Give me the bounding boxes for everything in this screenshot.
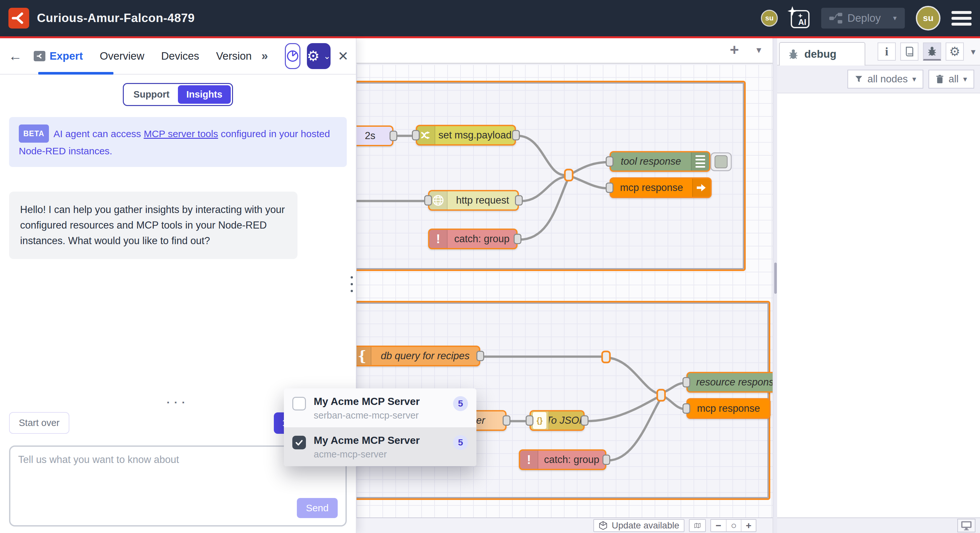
node-catch-top[interactable]: ! catch: group [428,228,517,249]
flowfuse-logo-icon[interactable] [8,8,29,29]
assistant-settings-button[interactable]: ⚙ ⌄ [307,43,331,69]
checkbox-unchecked[interactable] [292,397,306,410]
help-tab-button[interactable] [900,43,918,61]
user-avatar-small[interactable]: su [761,10,778,27]
scrollbar-thumb[interactable] [774,263,777,294]
zoom-reset-button[interactable]: ○ [726,520,741,531]
toggle-insights[interactable]: Insights [178,85,231,104]
checkbox-checked[interactable] [292,436,306,449]
list-icon [691,152,709,171]
panel-resize-handle[interactable] [351,276,353,292]
node-catch-bottom[interactable]: ! catch: group [519,449,606,470]
minimap-button[interactable] [689,519,706,532]
info-tab-button[interactable]: i [878,43,896,61]
deploy-button[interactable]: Deploy ▾ [821,8,905,29]
deploy-nodes-icon [829,13,842,24]
panel-divider[interactable] [773,38,777,533]
bug-icon [788,48,799,60]
output-port[interactable] [476,351,484,361]
map-icon [694,521,701,530]
clear-messages-button[interactable]: all ▾ [929,70,974,88]
back-arrow-icon[interactable]: ← [8,48,22,64]
wire-junction[interactable] [602,351,610,362]
exclamation-icon: ! [430,230,447,248]
ai-assistant-icon[interactable]: AI [789,8,810,29]
zoom-out-button[interactable]: − [711,520,726,531]
user-avatar-large[interactable]: su [916,6,940,30]
caret-down-icon: ▾ [912,75,916,84]
mcp-server-dropdown: My Acme MCP Server serban-acme-mcp-serve… [284,388,476,466]
exclamation-icon: ! [520,451,538,469]
dropdown-item[interactable]: My Acme MCP Server serban-acme-mcp-serve… [284,388,476,427]
more-tabs-icon[interactable]: » [261,49,268,63]
output-port[interactable] [512,130,520,140]
trash-icon [935,75,944,84]
deploy-label: Deploy [848,12,881,24]
node-link-out-tool-response[interactable]: tool response [609,151,710,172]
output-port[interactable] [515,195,523,206]
output-port[interactable] [503,415,511,426]
json-page-icon: {} [531,412,549,429]
zoom-controls: − ○ + [710,519,756,532]
tab-devices[interactable]: Devices [161,50,199,62]
wire-junction[interactable] [565,169,573,180]
book-icon [905,46,914,57]
close-panel-icon[interactable]: ✕ [338,49,349,64]
input-port[interactable] [682,403,690,414]
check-icon [294,438,304,447]
open-in-window-button[interactable] [957,519,975,532]
mcp-server-tools-link[interactable]: MCP server tools [143,128,218,139]
assistant-body: Support Insights BETAAI agent can access… [0,75,356,396]
output-port[interactable] [603,455,610,465]
output-port[interactable] [581,415,589,426]
tab-version[interactable]: Version [216,50,252,62]
settings-tab-button[interactable]: ⚙ [946,43,964,61]
dropdown-item[interactable]: My Acme MCP Server acme-mcp-server 5 [284,427,476,466]
caret-down-icon: ▾ [963,75,967,84]
node-link-out-resource-response[interactable]: resource respons [686,372,773,393]
header-actions: su AI Deploy ▾ su [761,6,972,30]
hamburger-menu-icon[interactable] [951,11,972,26]
ai-label: AI [798,18,806,27]
insights-chart-button[interactable] [285,43,301,69]
tab-expert[interactable]: Expert [34,50,83,62]
debug-tab-button[interactable] [923,43,941,61]
zoom-in-button[interactable]: + [741,520,756,531]
node-change[interactable]: set msg.payload [416,125,516,145]
count-badge: 5 [453,396,468,411]
node-http-request[interactable]: http request [428,190,519,211]
debug-header: debug i ⚙ ▾ [777,38,980,65]
flow-list-caret-icon[interactable]: ▾ [756,44,761,56]
send-button[interactable]: Send [297,498,338,518]
deploy-caret-icon[interactable]: ▾ [893,14,897,22]
sidebar-caret-icon[interactable]: ▾ [971,46,975,57]
output-port[interactable] [390,131,397,141]
input-port[interactable] [606,156,614,167]
start-over-button[interactable]: Start over [9,412,69,434]
workspace: + ▾ [0,38,980,533]
message-input[interactable] [18,454,294,503]
link-node-indicator[interactable] [710,152,732,171]
wire-junction[interactable] [657,390,665,401]
debug-message-list[interactable] [777,93,980,517]
node-delay[interactable]: 2s [356,126,393,146]
input-port[interactable] [424,195,432,206]
update-available-button[interactable]: Update available [593,519,684,532]
tab-overview[interactable]: Overview [100,50,145,62]
input-port[interactable] [606,182,614,193]
add-flow-button[interactable]: + [730,41,739,59]
toggle-support[interactable]: Support [125,85,178,104]
node-template-db-query[interactable]: { db query for recipes [356,346,480,366]
tab-debug[interactable]: debug [779,42,865,65]
output-port[interactable] [514,234,522,244]
funnel-icon [854,75,863,83]
node-mcp-response-bottom[interactable]: mcp response [686,398,771,419]
filter-nodes-button[interactable]: all nodes ▾ [848,70,923,88]
input-port[interactable] [412,130,420,140]
node-to-json[interactable]: {} To JSON [530,410,585,431]
node-mcp-response-top[interactable]: mcp response [609,177,712,198]
input-port[interactable] [526,415,533,426]
input-port[interactable] [682,377,690,388]
debug-footer [777,517,980,533]
active-tab-underline [38,72,113,75]
